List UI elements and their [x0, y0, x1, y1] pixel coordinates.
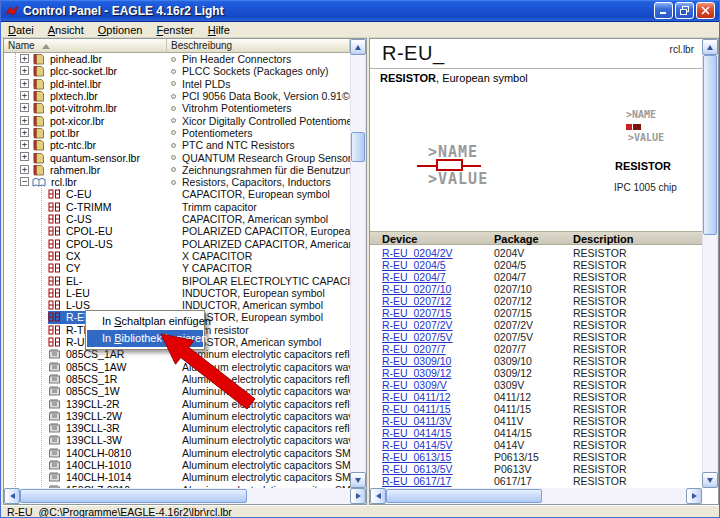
tree-item-pot-vitrohm.lbr[interactable]: pot-vitrohm.lbr [32, 102, 119, 114]
expand-icon[interactable]: + [20, 165, 29, 174]
tree-item-plcc-socket.lbr[interactable]: plcc-socket.lbr [32, 65, 119, 77]
device-link[interactable]: R-EU_0414/15 [382, 427, 451, 439]
tree-item-pot.lbr[interactable]: pot.lbr [32, 127, 81, 139]
column-header-name[interactable]: Name [4, 39, 167, 53]
tree-item-label: C-US [64, 213, 94, 225]
device-link[interactable]: R-EU_0204/5 [382, 259, 446, 271]
device-link[interactable]: R-EU_0613/5V [382, 463, 453, 475]
expand-icon[interactable]: + [20, 54, 29, 63]
tree-row-l-eu: L-EUINDUCTOR, European symbol [5, 287, 350, 299]
package-icon [48, 447, 61, 459]
tree-item-description: Aluminum electrolytic capacitors wave so… [168, 434, 350, 446]
expand-icon[interactable]: + [20, 152, 29, 161]
menu-fenster[interactable]: Fenster [149, 23, 200, 37]
tree-item-pinhead.lbr[interactable]: pinhead.lbr [32, 53, 104, 65]
device-link[interactable]: R-EU_0204/7 [382, 271, 446, 283]
tree-item-140clh-0810[interactable]: 140CLH-0810 [48, 447, 133, 459]
tree-item-140clh-1014[interactable]: 140CLH-1014 [48, 471, 133, 483]
tree-item-rcl.lbr[interactable]: rcl.lbr [32, 176, 79, 188]
tree-item-085cs_1w[interactable]: 085CS_1W [48, 385, 122, 397]
tree-item-085cs_1ar[interactable]: 085CS_1AR [48, 348, 126, 360]
device-link[interactable]: R-EU_0309/10 [382, 355, 451, 367]
tree-item-139cll-2r[interactable]: 139CLL-2R [48, 397, 122, 409]
tree-item-label: 140CLH-1014 [64, 471, 133, 483]
menu-optionen[interactable]: Optionen [91, 23, 150, 37]
column-header-description[interactable]: Beschreibung [167, 39, 350, 53]
device-link[interactable]: R-EU_0207/7 [382, 343, 446, 355]
device-link[interactable]: R-EU_0207/2V [382, 319, 453, 331]
device-link[interactable]: R-EU_0207/10 [382, 283, 451, 295]
scroll-up-button[interactable] [350, 39, 366, 55]
tree-vertical-scrollbar[interactable] [350, 39, 366, 488]
column-device: Device [382, 233, 417, 245]
menu-datei[interactable]: Datei [1, 23, 41, 37]
tree-item-085cs_1r[interactable]: 085CS_1R [48, 373, 119, 385]
variant-row-r-eu_0207/10: R-EU_0207/100207/10RESISTOR [370, 283, 702, 295]
description-cell: RESISTOR [573, 331, 626, 343]
scroll-right-button[interactable] [350, 488, 366, 504]
tree-item-085cs_1aw[interactable]: 085CS_1AW [48, 361, 128, 373]
scrollbar-thumb[interactable] [386, 489, 542, 503]
scroll-down-button[interactable] [702, 472, 718, 488]
tree-item-pld-intel.lbr[interactable]: pld-intel.lbr [32, 78, 103, 90]
device-link[interactable]: R-EU_0411/12 [382, 391, 451, 403]
device-link[interactable]: R-EU_0207/15 [382, 307, 451, 319]
scrollbar-thumb[interactable] [351, 132, 365, 162]
device-link[interactable]: R-EU_0414/5V [382, 439, 453, 451]
tree-item-c-eu[interactable]: C-EU [48, 188, 94, 200]
tree-item-cx[interactable]: CX [48, 250, 83, 262]
tree-item-plxtech.lbr[interactable]: plxtech.lbr [32, 90, 100, 102]
tree-item-139cll-3r[interactable]: 139CLL-3R [48, 422, 122, 434]
restore-button[interactable] [675, 2, 694, 19]
device-link[interactable]: R-EU_0617/17 [382, 475, 451, 487]
device-link[interactable]: R-EU_0309/V [382, 379, 447, 391]
tree-item-140clh-1010[interactable]: 140CLH-1010 [48, 459, 133, 471]
expand-icon[interactable]: + [20, 103, 29, 112]
device-link[interactable]: R-EU_0411/3V [382, 415, 452, 427]
scrollbar-thumb[interactable] [703, 55, 717, 235]
tree-item-139cll-2w[interactable]: 139CLL-2W [48, 410, 124, 422]
scroll-right-button[interactable] [686, 488, 702, 504]
scroll-down-button[interactable] [350, 472, 366, 488]
device-link[interactable]: R-EU_0204/2V [382, 247, 453, 259]
tree-item-cy[interactable]: CY [48, 262, 83, 274]
library-status-icon [171, 118, 176, 123]
expand-icon[interactable]: + [20, 91, 29, 100]
scroll-up-icon [355, 45, 361, 50]
tree-item-pot-xicor.lbr[interactable]: pot-xicor.lbr [32, 115, 106, 127]
tree-horizontal-scrollbar[interactable] [4, 488, 366, 504]
column-header-description-label: Beschreibung [171, 40, 232, 51]
device-link[interactable]: R-EU_0309/12 [382, 367, 451, 379]
tree-item-rahmen.lbr[interactable]: rahmen.lbr [32, 164, 102, 176]
device-link[interactable]: R-EU_0207/12 [382, 295, 451, 307]
tree-item-c-us[interactable]: C-US [48, 213, 94, 225]
tree-item-cpol-us[interactable]: CPOL-US [48, 238, 115, 250]
minimize-button[interactable] [654, 2, 673, 19]
menu-ansicht[interactable]: Ansicht [41, 23, 91, 37]
device-link[interactable]: R-EU_0411/15 [382, 403, 451, 415]
expand-icon[interactable]: + [20, 116, 29, 125]
tree-item-l-eu[interactable]: L-EU [48, 287, 92, 299]
tree-item-el-[interactable]: EL- [48, 274, 84, 286]
expand-icon[interactable]: + [20, 79, 29, 88]
expand-icon[interactable]: + [20, 66, 29, 75]
tree-item-ptc-ntc.lbr[interactable]: ptc-ntc.lbr [32, 139, 98, 151]
tree-item-c-trimm[interactable]: C-TRIMM [48, 201, 114, 213]
expand-icon[interactable]: + [20, 140, 29, 149]
collapse-icon[interactable]: − [20, 177, 29, 186]
scroll-up-button[interactable] [702, 39, 718, 55]
scrollbar-thumb[interactable] [20, 489, 247, 503]
expand-icon[interactable]: + [20, 128, 29, 137]
tree-item-cpol-eu[interactable]: CPOL-EU [48, 225, 115, 237]
tree-item-139cll-3w[interactable]: 139CLL-3W [48, 434, 124, 446]
menu-hilfe[interactable]: Hilfe [201, 23, 237, 37]
tree-item-quantum-sensor.lbr[interactable]: quantum-sensor.lbr [32, 151, 142, 163]
tree-item-label: 085CS_1AR [64, 348, 126, 360]
detail-horizontal-scrollbar[interactable] [370, 488, 702, 504]
device-link[interactable]: R-EU_0207/5V [382, 331, 453, 343]
close-button[interactable] [696, 2, 715, 19]
device-link[interactable]: R-EU_0613/15 [382, 451, 451, 463]
scroll-left-button[interactable] [370, 488, 386, 504]
detail-vertical-scrollbar[interactable] [702, 39, 718, 488]
scroll-left-button[interactable] [4, 488, 20, 504]
